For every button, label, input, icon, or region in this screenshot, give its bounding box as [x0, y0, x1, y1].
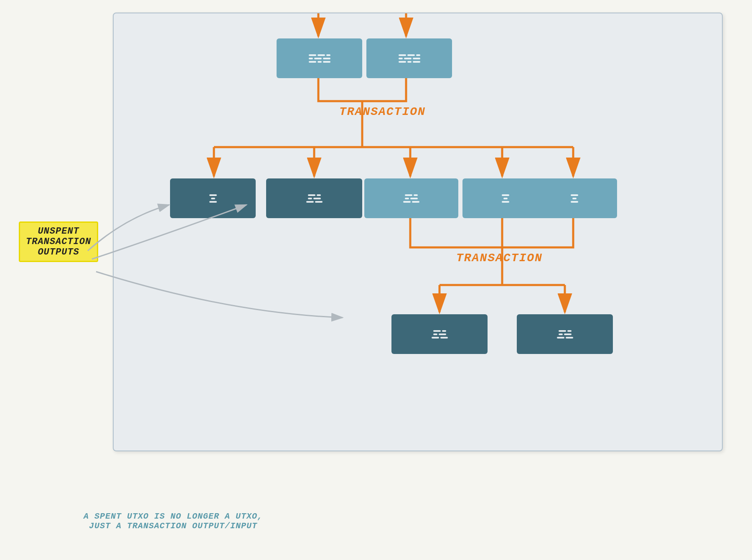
- transaction-label-2: TRANSACTION: [456, 252, 543, 265]
- utxo-block-input-1: [277, 38, 362, 78]
- utxo-block-final-g: [517, 314, 613, 354]
- utxo-label-line2: TRANSACTION: [26, 237, 91, 247]
- utxo-block-input-2: [366, 38, 452, 78]
- connection-lines: [114, 13, 722, 451]
- block-icon: [502, 194, 509, 203]
- block-icon: [432, 330, 448, 339]
- block-icon: [557, 330, 573, 339]
- utxo-label-box: UNSPENT TRANSACTION OUTPUTS: [19, 221, 98, 262]
- block-icon: [209, 194, 217, 203]
- transaction-label-1: TRANSACTION: [339, 105, 426, 118]
- utxo-block-output-b: [266, 178, 362, 218]
- utxo-block-final-f: [391, 314, 488, 354]
- block-icon: [399, 54, 420, 63]
- utxo-block-output-a: [170, 178, 256, 218]
- diagram-container: TRANSACTION: [113, 13, 723, 451]
- spent-utxo-note: A SPENT UTXO IS NO LONGER A UTXO, JUST A…: [84, 512, 263, 531]
- block-icon: [571, 194, 578, 203]
- utxo-label-line3: OUTPUTS: [26, 247, 91, 257]
- block-icon: [403, 194, 419, 203]
- utxo-block-output-c: [364, 178, 458, 218]
- utxo-block-output-e: [531, 178, 617, 218]
- block-icon: [309, 54, 330, 63]
- utxo-label-line1: UNSPENT: [26, 226, 91, 237]
- block-icon: [306, 194, 323, 203]
